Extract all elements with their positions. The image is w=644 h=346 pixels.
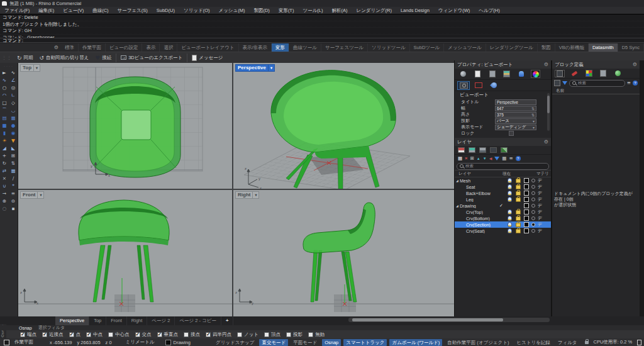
status-toggle-button[interactable]: 自動作業平面 (オブジェクト) [445, 339, 511, 346]
material-circle-icon[interactable] [531, 229, 535, 233]
property-value-field[interactable]: Perspective [495, 99, 536, 105]
status-toggle-button[interactable]: ヒストリを記録 [514, 339, 552, 346]
osnap-option[interactable]: ノット [237, 332, 258, 338]
layer-color-swatch[interactable] [524, 222, 529, 227]
viewport-menu-caret-icon[interactable]: ▾ [34, 64, 40, 72]
osnap-checkbox[interactable] [206, 332, 211, 337]
viewport-tab[interactable]: Right [127, 316, 148, 325]
layer-color-swatch[interactable] [524, 178, 529, 183]
mirror-tool-icon[interactable]: ⇄ [0, 167, 9, 174]
viewport-tab[interactable]: ページ 2 - コピー [175, 316, 221, 325]
solid-cylinder-icon[interactable]: ▮ [0, 129, 9, 137]
osnap-checkbox[interactable] [308, 332, 313, 337]
status-toggle-button[interactable]: スマートトラック [343, 339, 387, 346]
toolbar-tab[interactable]: ソリッドツール [368, 43, 410, 52]
toolbar-tab[interactable]: 選択 [160, 43, 177, 52]
material-circle-icon[interactable] [531, 216, 535, 220]
clipping-plane-button[interactable] [472, 81, 485, 90]
join-tool-icon[interactable]: ∪ [0, 182, 9, 189]
layer-lock-icon[interactable] [516, 216, 521, 221]
layer-color-swatch[interactable] [524, 191, 529, 196]
toolbar-tab[interactable]: メッシュツール [444, 43, 486, 52]
duplicate-layer-icon[interactable]: ⊞ [470, 155, 474, 162]
layers-search-input[interactable]: 検索 [457, 163, 549, 170]
current-layer-chip[interactable]: Drawing [165, 340, 191, 345]
layer-row[interactable]: Back+Elbow デ [455, 190, 551, 196]
material-circle-icon[interactable] [531, 179, 535, 182]
toolbar-gear-icon[interactable]: ⚙ [54, 43, 58, 52]
viewport-divider-horizontal[interactable] [18, 189, 454, 190]
help-icon[interactable]: ? [516, 156, 521, 161]
menu-item[interactable]: 変形(T) [274, 7, 299, 14]
material-circle-icon[interactable] [531, 191, 535, 195]
blocks-tab-checker-icon[interactable] [584, 70, 594, 77]
move-layer-up-icon[interactable]: ▲ [477, 155, 480, 162]
select-lasso-icon[interactable]: ∿ [9, 69, 18, 76]
toolbar-tab[interactable]: レンダリングツール [486, 43, 538, 52]
field-suffix-icon[interactable]: ▾ [533, 119, 535, 123]
explode-tool-icon[interactable]: * [9, 182, 18, 189]
layer-filter-icon[interactable] [494, 157, 499, 160]
solid-box-icon[interactable]: ■ [0, 121, 9, 129]
osnap-checkbox[interactable] [20, 332, 25, 337]
osnap-option[interactable]: 近接点 [42, 332, 64, 338]
osnap-checkbox[interactable] [157, 332, 162, 337]
props-tab-object-icon[interactable] [458, 70, 468, 78]
layers-tab-image-icon[interactable] [501, 147, 508, 153]
property-value-field[interactable]: パース ▾ [495, 118, 536, 124]
layer-color-swatch[interactable] [524, 209, 529, 215]
layer-row[interactable]: ◢ Drawing ✓ デ [455, 203, 551, 209]
osnap-option[interactable]: 交点 [135, 332, 152, 338]
toolbar-tab[interactable]: ビューの設定 [106, 43, 143, 52]
toolbar-tab[interactable]: 表示/非表示 [239, 43, 272, 52]
menu-item[interactable]: ツール(L) [298, 7, 327, 14]
osnap-tab[interactable]: Osnap [19, 326, 32, 330]
viewport-menu-caret-icon[interactable]: ▾ [38, 191, 44, 199]
panel-divider[interactable] [551, 60, 552, 316]
toolbar-tab[interactable]: 変形 [272, 43, 289, 52]
field-suffix-icon[interactable]: ⇅ [531, 113, 535, 117]
polyline-tool-icon[interactable]: ∟ [9, 91, 18, 99]
osnap-option[interactable]: 点 [69, 332, 81, 338]
layer-lock-icon[interactable] [516, 179, 521, 183]
layer-lock-icon[interactable] [516, 210, 521, 215]
toolbar-tab[interactable]: VBの新機能 [555, 43, 589, 52]
padlock-icon[interactable] [585, 341, 589, 344]
visibility-bulb-icon[interactable] [508, 197, 512, 202]
datasmith-message-button[interactable]: メッセージ [189, 53, 226, 62]
toolbar-tab[interactable]: ビューポートレイアウト [177, 43, 238, 52]
loft-surface-icon[interactable]: ▦ [9, 114, 18, 121]
viewport-menu-caret-icon[interactable]: ▾ [269, 64, 275, 72]
layers-tab-box-icon[interactable] [490, 147, 497, 153]
panel-gear-icon[interactable]: ⚙ [544, 139, 548, 145]
move-tool-icon[interactable]: + [0, 152, 9, 159]
select-pointer-icon[interactable]: ► [0, 69, 9, 76]
layer-list-view-icon[interactable]: ≡ [509, 155, 513, 162]
osnap-checkbox[interactable] [86, 332, 91, 337]
visibility-bulb-icon[interactable] [508, 209, 512, 215]
toolbar-tab[interactable]: サーフェスツール [321, 43, 368, 52]
layer-color-swatch[interactable] [524, 184, 529, 189]
viewport-menu-caret-icon[interactable]: ▾ [253, 191, 259, 199]
visibility-bulb-icon[interactable] [508, 191, 512, 196]
group-tool-icon[interactable]: ⊕ [0, 197, 9, 204]
point-light-icon[interactable]: ☀ [0, 137, 9, 144]
material-circle-icon[interactable] [531, 185, 535, 189]
units-label[interactable]: ミリメートル [126, 339, 155, 345]
osnap-option[interactable]: 投影 [286, 332, 303, 338]
circle-tool-icon[interactable]: ○ [0, 84, 9, 91]
display-mode-button[interactable] [487, 81, 500, 90]
panel-gear-icon[interactable]: ⚙ [633, 62, 637, 67]
osnap-option[interactable]: 垂直点 [157, 332, 179, 338]
current-layer-mark[interactable]: ✓ [495, 203, 508, 208]
toolbar-tab[interactable]: 製図 [538, 43, 555, 52]
sketch-curve-icon[interactable]: ∠ [9, 76, 18, 84]
material-circle-icon[interactable] [531, 198, 535, 201]
viewport-label-perspective[interactable]: Perspective ▾ [235, 64, 275, 72]
layer-color-swatch[interactable] [524, 203, 529, 208]
visibility-bulb-icon[interactable] [508, 222, 512, 227]
offset-curve-icon[interactable]: ⌒ [0, 106, 9, 114]
blocks-tab-paint-icon[interactable] [569, 70, 579, 77]
sidebar-grip[interactable]: ···· [3, 64, 15, 68]
toolbar-grip[interactable]: ⋮⋮ [2, 55, 12, 60]
